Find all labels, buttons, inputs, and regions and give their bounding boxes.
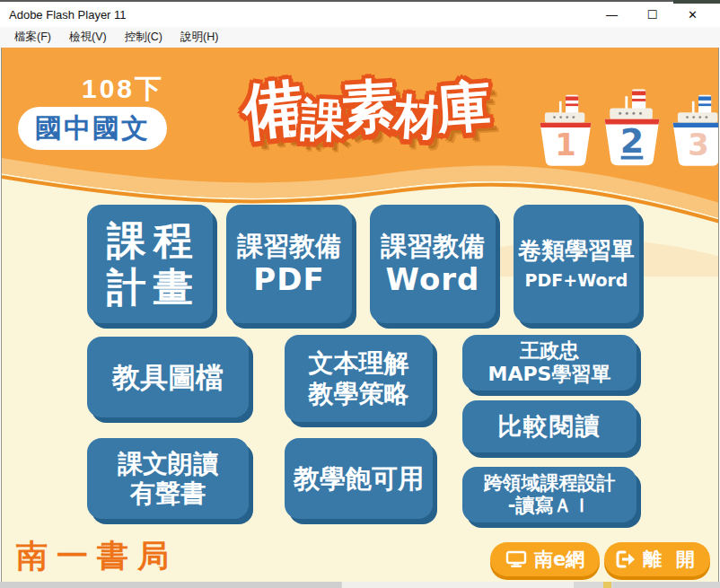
title-char: 庫 xyxy=(435,70,494,146)
selected-underline xyxy=(621,156,644,160)
button-kexi-pdf[interactable]: 課習教備 PDF xyxy=(226,205,352,323)
menu-file[interactable]: 檔案(F) xyxy=(5,28,60,47)
exit-arrow-icon xyxy=(616,550,636,568)
button-label: 教學飽可用 xyxy=(294,463,424,494)
nane-web-label: 南e網 xyxy=(534,547,584,572)
monitor-icon xyxy=(505,550,527,568)
button-label: -讀寫ＡＩ xyxy=(508,495,592,517)
background-sliver-segment xyxy=(603,582,611,588)
close-button[interactable]: ✕ xyxy=(672,2,713,27)
volume-ship-tabs: 1 2 xyxy=(537,83,719,173)
window-title: Adobe Flash Player 11 xyxy=(9,8,127,22)
nane-web-button[interactable]: 南e網 xyxy=(490,542,600,576)
button-label: MAPS學習單 xyxy=(488,363,611,386)
menu-view[interactable]: 檢視(V) xyxy=(60,28,116,47)
flash-player-window: Adobe Flash Player 11 — ☐ ✕ 檔案(F) 檢視(V) … xyxy=(0,0,720,588)
flash-stage: 108下 國中國文 備 課 素 材 庫 1 xyxy=(1,48,719,582)
button-label: 計畫 xyxy=(100,264,200,311)
button-text-comprehension[interactable]: 文本理解 教學策略 xyxy=(285,335,433,422)
menu-help[interactable]: 說明(H) xyxy=(171,28,227,47)
window-top-border xyxy=(0,0,720,2)
background-sliver-segment xyxy=(613,582,720,588)
ship-tab-1[interactable]: 1 xyxy=(537,83,594,173)
background-sliver-segment xyxy=(342,582,574,588)
button-compare-reading[interactable]: 比較閱讀 xyxy=(462,400,637,452)
button-label: 教學策略 xyxy=(309,379,409,408)
publisher-logo: 南一書局 xyxy=(16,535,178,577)
button-label: 課文朗讀 xyxy=(118,449,218,478)
titlebar: Adobe Flash Player 11 — ☐ ✕ xyxy=(0,2,720,27)
ship-tab-2-selected[interactable]: 2 xyxy=(601,77,663,173)
ship-number: 2 xyxy=(620,121,644,161)
title-char: 課 xyxy=(299,90,347,153)
button-label: 文本理解 xyxy=(309,348,409,378)
ship-number: 1 xyxy=(555,127,576,162)
button-label: 課習教備 xyxy=(381,231,485,261)
button-label: PDF xyxy=(253,261,324,297)
button-cross-domain-ai[interactable]: 跨領域課程設計 -讀寫ＡＩ xyxy=(462,467,637,522)
button-label: 課程 xyxy=(100,217,200,264)
button-label: 卷類學習單 xyxy=(518,237,635,265)
ship-tab-3[interactable]: 3 xyxy=(670,83,719,173)
title-char: 素 xyxy=(340,67,400,145)
subject-badge: 國中國文 xyxy=(18,107,167,150)
menubar: 檔案(F) 檢視(V) 控制(C) 說明(H) xyxy=(0,27,720,48)
button-label: 王政忠 xyxy=(520,339,579,363)
background-sliver-top xyxy=(673,0,720,4)
button-label: 教具圖檔 xyxy=(112,361,224,394)
button-label: PDF+Word xyxy=(525,270,628,290)
button-teaching-aids[interactable]: 教具圖檔 xyxy=(87,337,249,417)
background-sliver-segment xyxy=(0,582,341,588)
exit-button[interactable]: 離 開 xyxy=(604,542,710,576)
button-label: Word xyxy=(386,261,480,297)
button-worksheets[interactable]: 卷類學習單 PDF+Word xyxy=(514,205,639,323)
window-controls: — ☐ ✕ xyxy=(592,2,713,27)
button-audio-book[interactable]: 課文朗讀 有聲書 xyxy=(87,438,249,519)
menu-control[interactable]: 控制(C) xyxy=(116,28,171,47)
minimize-button[interactable]: — xyxy=(592,2,632,27)
button-label: 有聲書 xyxy=(130,478,206,508)
page-title: 備 課 素 材 庫 xyxy=(192,49,542,171)
button-label: 比較閱讀 xyxy=(497,412,601,441)
button-label: 跨領域課程設計 xyxy=(484,472,616,495)
button-course-plan[interactable]: 課程 計畫 xyxy=(87,205,213,323)
semester-label: 108下 xyxy=(54,71,192,108)
button-label: 課習教備 xyxy=(237,231,341,261)
background-window-sliver xyxy=(0,582,720,588)
ship-number: 3 xyxy=(688,127,709,162)
button-teaching-bao[interactable]: 教學飽可用 xyxy=(285,438,433,519)
maximize-button[interactable]: ☐ xyxy=(632,2,672,27)
title-char: 備 xyxy=(239,66,308,154)
exit-label: 離 開 xyxy=(643,547,698,572)
button-kexi-word[interactable]: 課習教備 Word xyxy=(370,205,496,323)
button-maps-worksheet[interactable]: 王政忠 MAPS學習單 xyxy=(462,335,637,391)
